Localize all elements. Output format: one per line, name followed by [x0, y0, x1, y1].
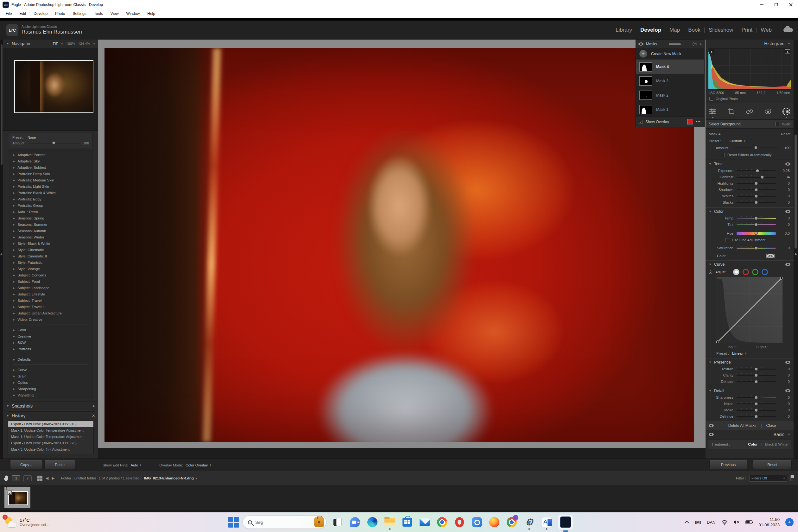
eye-icon[interactable]: [639, 42, 644, 45]
expand-triangle-icon[interactable]: ▶: [13, 211, 15, 213]
preset-item[interactable]: ▶ Seasons: Spring: [9, 215, 92, 221]
close-masks-button[interactable]: Close: [766, 423, 776, 428]
preset-item[interactable]: ▶ Adaptive: Portrait: [9, 152, 92, 158]
slider-track[interactable]: [737, 170, 776, 171]
history-header[interactable]: ▼ History ✕: [3, 412, 98, 420]
eye-icon[interactable]: [785, 163, 791, 166]
mask-preset-select[interactable]: Custom ▲▼: [729, 139, 746, 143]
treatment-bw[interactable]: Black & White: [765, 442, 787, 446]
right-scrollbar[interactable]: ▶: [794, 40, 798, 458]
slider-track[interactable]: [737, 416, 776, 417]
slider-track[interactable]: [737, 202, 776, 203]
preset-item[interactable]: ▶ Grain: [9, 373, 92, 379]
preset-item[interactable]: ▶ Adaptive: Subject: [9, 164, 92, 171]
slider-track[interactable]: [737, 410, 776, 411]
expand-triangle-icon[interactable]: ▶: [13, 274, 15, 277]
healing-tool-icon[interactable]: [745, 107, 754, 116]
slider-track[interactable]: [737, 397, 776, 398]
firefox-icon[interactable]: [488, 516, 500, 528]
preset-item[interactable]: ▶ Subject: Concerts: [9, 272, 92, 278]
expand-triangle-icon[interactable]: ▶: [13, 230, 15, 232]
left-scrollbar[interactable]: ◀: [0, 40, 3, 458]
menu-item[interactable]: Tools: [90, 12, 107, 16]
expand-triangle-icon[interactable]: ▶: [13, 166, 15, 169]
slider-thumb[interactable]: [755, 216, 758, 220]
eye-icon[interactable]: [709, 433, 714, 436]
module-tab[interactable]: Web: [757, 27, 776, 33]
expand-triangle-icon[interactable]: ▶: [13, 261, 15, 264]
preset-item[interactable]: ▶ Defaults: [9, 356, 92, 363]
preset-item[interactable]: ▶ Subject: Urban Architecture: [9, 310, 92, 316]
wifi-icon[interactable]: [721, 520, 728, 525]
expand-triangle-icon[interactable]: ▶: [13, 375, 15, 378]
preset-item[interactable]: ▶ Portraits: Deep Skin: [9, 171, 92, 177]
eye-icon[interactable]: [709, 424, 714, 427]
preset-item[interactable]: ▶ Subject: Travel II: [9, 304, 92, 310]
search-highlight-icon[interactable]: [314, 517, 324, 527]
slider-thumb[interactable]: [755, 380, 758, 383]
expand-triangle-icon[interactable]: ▶: [13, 255, 15, 258]
eye-icon[interactable]: [785, 361, 791, 364]
preset-value[interactable]: None: [27, 135, 36, 139]
slider-thumb[interactable]: [52, 141, 55, 145]
mask-reset-button[interactable]: Reset: [781, 132, 791, 136]
fit-updown-icon[interactable]: ▲▼: [61, 42, 63, 45]
slider-thumb[interactable]: [755, 223, 758, 226]
reset-sliders-checkbox[interactable]: [721, 153, 725, 157]
collapse-panel-icon[interactable]: »: [700, 42, 702, 46]
snapshots-header[interactable]: ▼ Snapshots +: [3, 401, 98, 410]
expand-triangle-icon[interactable]: ▶: [13, 348, 15, 350]
red-eye-tool-icon[interactable]: [764, 107, 772, 116]
notification-center-badge[interactable]: 4: [785, 518, 794, 526]
preset-item[interactable]: ▶ Style: Black & White: [9, 240, 92, 247]
expand-triangle-icon[interactable]: ▶: [13, 341, 15, 344]
highlight-clipping-icon[interactable]: ▲: [785, 50, 790, 54]
menu-item[interactable]: Help: [144, 12, 159, 16]
minimize-button[interactable]: [754, 0, 769, 10]
menu-item[interactable]: View: [107, 12, 122, 16]
help-icon[interactable]: ?: [692, 42, 697, 46]
mail-icon[interactable]: [419, 516, 431, 528]
expand-triangle-icon[interactable]: ▶: [13, 204, 15, 207]
tint-slider-track[interactable]: [737, 224, 776, 225]
preset-item[interactable]: ▶ Seasons: Summer: [9, 221, 92, 228]
navigator-zoom-level[interactable]: 134.4%: [78, 42, 90, 45]
overlay-mode-select[interactable]: Color Overlay ▲▼: [186, 463, 211, 467]
masks-panel-header[interactable]: Masks ? »: [636, 40, 704, 48]
preset-item[interactable]: ▶ Portraits: Edgy: [9, 196, 92, 202]
delete-all-masks-button[interactable]: Delete All Masks: [728, 423, 757, 428]
slider-thumb[interactable]: [755, 408, 758, 412]
expand-triangle-icon[interactable]: ▶: [13, 293, 15, 296]
drag-handle[interactable]: [669, 43, 681, 45]
amount-slider[interactable]: [27, 143, 80, 144]
curve-channel-all[interactable]: [733, 269, 739, 275]
eye-icon[interactable]: [785, 210, 791, 213]
file-explorer-icon[interactable]: [384, 516, 396, 528]
navigator-preview[interactable]: [3, 48, 98, 131]
expand-triangle-icon[interactable]: ▶: [13, 154, 15, 156]
collapse-right-icon[interactable]: ▶: [795, 252, 797, 255]
navigator-thumbnail[interactable]: [14, 60, 93, 113]
main-screen-button[interactable]: 1: [12, 475, 20, 481]
collapse-left-icon[interactable]: ◀: [0, 252, 2, 255]
slider-track[interactable]: [737, 189, 776, 190]
curve-preset-select[interactable]: Linear ▲▼: [732, 352, 747, 355]
slider-thumb[interactable]: [755, 188, 758, 192]
preset-item[interactable]: ▶ Auto+: Retro: [9, 209, 92, 215]
expand-triangle-icon[interactable]: ▶: [13, 236, 15, 239]
expand-triangle-icon[interactable]: ▶: [13, 299, 15, 302]
basic-adjust-tool-icon[interactable]: [709, 107, 717, 116]
expand-triangle-icon[interactable]: ▶: [13, 381, 15, 384]
original-photo-checkbox[interactable]: [709, 97, 713, 101]
preset-item[interactable]: ▶ Video: Creative: [9, 316, 92, 323]
targeted-adjustment-icon[interactable]: [709, 270, 712, 274]
module-tab[interactable]: Develop: [636, 27, 665, 33]
menu-item[interactable]: Settings: [69, 12, 90, 16]
preset-item[interactable]: ▶ Seasons: Autumn: [9, 228, 92, 234]
expand-triangle-icon[interactable]: ▶: [13, 192, 15, 194]
maximize-button[interactable]: [769, 0, 783, 10]
curve-channel-green[interactable]: [752, 269, 758, 275]
slider-track[interactable]: [737, 196, 776, 197]
menu-item[interactable]: Window: [122, 12, 144, 16]
navigator-fit[interactable]: FIT: [53, 42, 58, 45]
